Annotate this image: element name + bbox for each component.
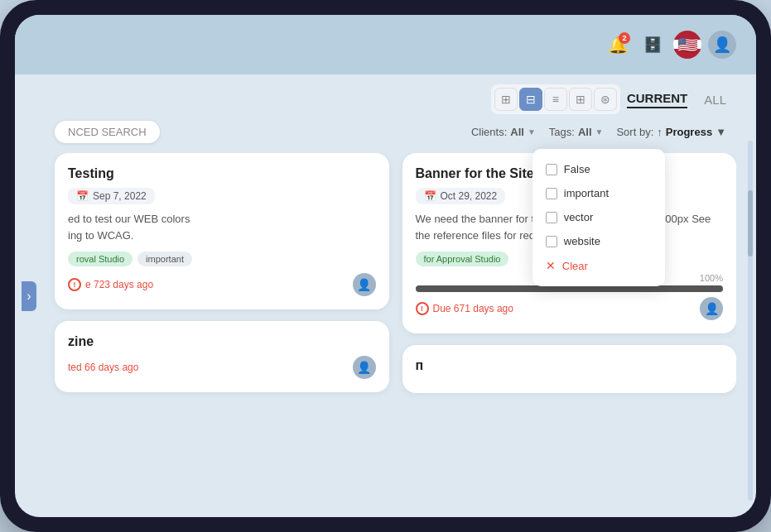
left-nav-button[interactable]	[22, 281, 36, 311]
card-testing-title: Testing	[68, 166, 376, 181]
tags-label: Tags:	[549, 126, 575, 138]
card-testing: Testing 📅 Sep 7, 2022 ed to test our WEB…	[55, 153, 389, 309]
card-zine: zine ted 66 days ago 👤	[55, 321, 389, 392]
card-banner-footer: ! Due 671 days ago 👤	[416, 297, 724, 320]
scrollbar[interactable]	[748, 141, 753, 501]
card-testing-desc: ed to test our WEB colorsing to WCAG.	[68, 211, 376, 243]
content-area: ⊞ ⊟ ≡ ⊞ ⊛ CURRENT ALL NCED SEARCH Client…	[15, 74, 756, 517]
tab-current[interactable]: CURRENT	[627, 91, 687, 108]
due-warning-icon: !	[68, 278, 81, 291]
sort-arrow-icon: ↑	[657, 126, 663, 138]
calendar-icon-banner: 📅	[424, 190, 436, 202]
sort-label: Sort by:	[616, 126, 653, 138]
tags-dropdown-menu: False important vector	[532, 149, 665, 286]
card-testing-tags: roval Studio important	[68, 252, 376, 266]
tag-label-website: website	[564, 235, 600, 247]
card-column-left: Testing 📅 Sep 7, 2022 ed to test our WEB…	[55, 153, 389, 507]
tag-checkbox-important[interactable]	[546, 188, 557, 199]
tag-label-false: False	[564, 163, 590, 175]
tag-checkbox-vector[interactable]	[546, 212, 557, 223]
due-text-testing: e 723 days ago	[85, 279, 153, 290]
toolbar-row: ⊞ ⊟ ≡ ⊞ ⊛ CURRENT ALL	[25, 84, 736, 114]
card-testing-footer: ! e 723 days ago 👤	[68, 273, 376, 296]
tag-important: important	[137, 252, 192, 266]
notification-button[interactable]: 🔔 2	[604, 31, 632, 59]
database-icon[interactable]: 🗄️	[638, 31, 667, 59]
tag-checkbox-website[interactable]	[546, 236, 557, 247]
view-table-icon[interactable]: ⊞	[569, 88, 592, 111]
tags-arrow: ▼	[595, 127, 604, 137]
due-badge-banner: ! Due 671 days ago	[416, 302, 513, 315]
assignee-avatar-zine[interactable]: 👤	[353, 356, 376, 379]
card-zine-footer: ted 66 days ago 👤	[68, 356, 376, 379]
sort-dropdown-arrow: ▼	[716, 126, 726, 138]
card-zine-title: zine	[68, 334, 376, 349]
card-banner-date: 📅 Oct 29, 2022	[416, 188, 506, 204]
notification-badge: 2	[619, 32, 630, 44]
clear-x-icon: ✕	[546, 259, 556, 272]
tag-for-approval-studio: for Approval Studio	[416, 252, 509, 266]
sort-control[interactable]: Sort by: ↑ Progress ▼	[616, 126, 726, 138]
tag-option-website[interactable]: website	[532, 229, 665, 253]
sort-value: Progress	[666, 126, 712, 138]
card-p: п	[402, 345, 737, 393]
tablet-frame: 🔔 2 🗄️ 🇺🇸 👤 ⊞ ⊟ ≡ ⊞	[0, 0, 771, 532]
tag-option-false[interactable]: False	[532, 157, 665, 181]
due-text-banner: Due 671 days ago	[433, 303, 513, 314]
tag-label-vector: vector	[564, 211, 593, 223]
tablet-screen: 🔔 2 🗄️ 🇺🇸 👤 ⊞ ⊟ ≡ ⊞	[15, 15, 756, 517]
calendar-icon: 📅	[76, 190, 89, 202]
clients-value: All	[510, 126, 524, 138]
progress-bar-fill	[416, 285, 724, 292]
flag-avatar[interactable]: 🇺🇸	[673, 31, 701, 59]
top-bar: 🔔 2 🗄️ 🇺🇸 👤	[15, 15, 756, 74]
progress-bar-bg	[416, 285, 724, 292]
view-flow-icon[interactable]: ⊛	[594, 88, 617, 111]
card-testing-date: 📅 Sep 7, 2022	[68, 188, 155, 204]
view-icons-group: ⊞ ⊟ ≡ ⊞ ⊛	[491, 84, 620, 114]
tag-option-vector[interactable]: vector	[532, 205, 665, 229]
tag-label-important: important	[564, 187, 609, 199]
view-list-icon[interactable]: ≡	[544, 88, 567, 111]
clients-arrow: ▼	[528, 127, 536, 137]
view-columns-icon[interactable]: ⊞	[494, 88, 518, 111]
view-grid-icon[interactable]: ⊟	[519, 88, 542, 111]
tab-all[interactable]: ALL	[704, 93, 726, 107]
tag-approval-studio: roval Studio	[68, 252, 133, 266]
user-avatar[interactable]: 👤	[708, 31, 736, 59]
filter-row: NCED SEARCH Clients: All ▼ Tags: All ▼	[25, 121, 736, 143]
tags-filter-wrapper: Tags: All ▼ False imp	[549, 126, 604, 138]
tags-filter[interactable]: Tags: All ▼	[549, 126, 604, 138]
top-bar-icons: 🔔 2 🗄️ 🇺🇸 👤	[604, 31, 736, 59]
scrollbar-thumb[interactable]	[748, 190, 753, 256]
advanced-search-button[interactable]: NCED SEARCH	[55, 121, 160, 143]
clients-filter[interactable]: Clients: All ▼	[471, 126, 536, 138]
tag-option-important[interactable]: important	[532, 181, 665, 205]
due-badge-testing: ! e 723 days ago	[68, 278, 153, 291]
card-p-title: п	[416, 358, 724, 373]
assignee-avatar-testing[interactable]: 👤	[353, 273, 376, 296]
card-zine-ago: ted 66 days ago	[68, 362, 138, 373]
clients-label: Clients:	[471, 126, 507, 138]
assignee-avatar-banner[interactable]: 👤	[700, 297, 723, 320]
tags-value: All	[578, 126, 592, 138]
filter-group: Clients: All ▼ Tags: All ▼	[471, 126, 726, 138]
tag-checkbox-false[interactable]	[546, 164, 557, 175]
due-warning-icon-banner: !	[416, 302, 429, 315]
tag-clear-button[interactable]: ✕ Clear	[532, 253, 665, 278]
tag-clear-label: Clear	[562, 260, 588, 272]
